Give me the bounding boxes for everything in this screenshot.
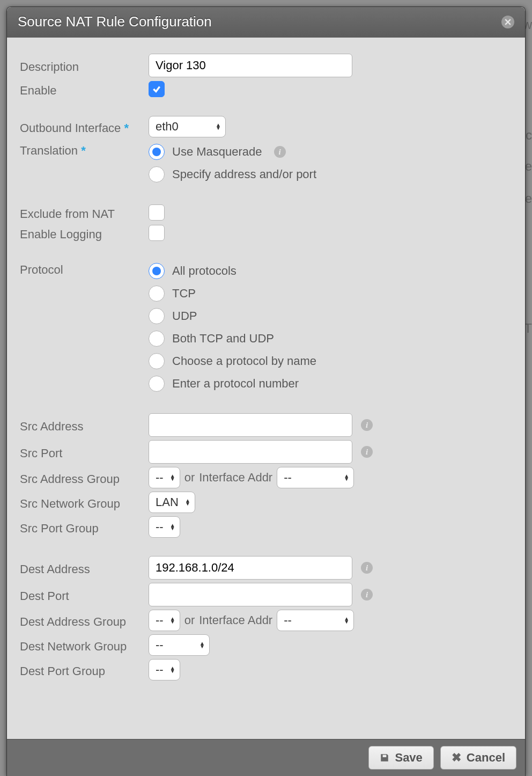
label-dest-addr-group: Dest Address Group <box>20 612 149 629</box>
chevron-updown-icon <box>170 617 175 624</box>
src-iface-addr-select[interactable]: -- <box>277 467 354 488</box>
label-enable-logging: Enable Logging <box>20 224 149 241</box>
dialog-title: Source NAT Rule Configuration <box>18 13 212 30</box>
outbound-interface-select[interactable]: eth0 <box>149 116 226 137</box>
cancel-button-label: Cancel <box>467 751 505 765</box>
background-fragment: e <box>525 191 532 206</box>
label-src-address: Src Address <box>20 416 149 434</box>
save-button-label: Save <box>395 751 422 765</box>
protocol-label-both: Both TCP and UDP <box>172 332 274 346</box>
src-iface-addr-value: -- <box>284 471 292 485</box>
label-exclude-nat: Exclude from NAT <box>20 204 149 221</box>
chevron-updown-icon <box>185 499 190 506</box>
check-icon <box>152 84 161 94</box>
or-text: or <box>184 613 195 627</box>
protocol-radio-both[interactable] <box>149 331 165 347</box>
save-button[interactable]: Save <box>368 746 433 770</box>
label-dest-net-group: Dest Network Group <box>20 636 149 654</box>
close-button[interactable] <box>501 16 514 28</box>
protocol-radio-all[interactable] <box>149 263 165 279</box>
nat-rule-dialog: Source NAT Rule Configuration Descriptio… <box>6 6 526 776</box>
label-src-addr-group: Src Address Group <box>20 469 149 486</box>
label-translation: Translation * <box>20 141 149 158</box>
protocol-radio-bynumber[interactable] <box>149 376 165 392</box>
src-port-input[interactable] <box>149 440 352 464</box>
src-port-group-value: -- <box>156 520 164 534</box>
protocol-radio-tcp[interactable] <box>149 285 165 302</box>
label-enable: Enable <box>20 80 149 98</box>
dest-iface-addr-select[interactable]: -- <box>277 610 354 631</box>
dest-address-input[interactable] <box>149 556 352 580</box>
label-outbound-interface: Outbound Interface * <box>20 118 149 135</box>
label-src-net-group: Src Network Group <box>20 494 149 511</box>
or-text: or <box>184 471 195 485</box>
dest-port-group-select[interactable]: -- <box>149 659 180 680</box>
translation-radio-masquerade[interactable] <box>149 144 165 160</box>
src-addr-group-value: -- <box>156 471 164 485</box>
src-port-group-select[interactable]: -- <box>149 516 180 538</box>
src-net-group-select[interactable]: LAN <box>149 492 195 513</box>
info-icon[interactable]: i <box>361 562 373 574</box>
dest-addr-group-value: -- <box>156 613 164 627</box>
info-icon[interactable]: i <box>274 146 286 158</box>
dest-iface-addr-value: -- <box>284 613 292 627</box>
dialog-body: Description Enable Outbound Interface * <box>7 38 525 739</box>
interface-addr-label: Interface Addr <box>199 613 272 627</box>
dest-port-group-value: -- <box>156 663 164 677</box>
translation-label-specify: Specify address and/or port <box>172 167 316 181</box>
label-dest-address: Dest Address <box>20 559 149 576</box>
chevron-updown-icon <box>170 667 175 673</box>
chevron-updown-icon <box>344 474 349 481</box>
chevron-updown-icon <box>344 617 349 624</box>
label-src-port: Src Port <box>20 443 149 460</box>
label-protocol: Protocol <box>20 260 149 277</box>
protocol-label-udp: UDP <box>172 309 197 323</box>
label-description: Description <box>20 57 149 74</box>
translation-label-masquerade: Use Masquerade <box>172 145 262 159</box>
protocol-label-tcp: TCP <box>172 287 196 301</box>
dest-port-input[interactable] <box>149 583 352 606</box>
close-icon <box>505 19 511 25</box>
src-net-group-value: LAN <box>156 495 179 509</box>
src-address-input[interactable] <box>149 413 352 437</box>
src-addr-group-select[interactable]: -- <box>149 467 180 488</box>
protocol-label-byname: Choose a protocol by name <box>172 354 316 368</box>
description-input[interactable] <box>149 54 352 77</box>
dest-net-group-value: -- <box>156 638 164 652</box>
dialog-footer: Save ✖ Cancel <box>7 739 525 776</box>
protocol-label-all: All protocols <box>172 264 237 278</box>
chevron-updown-icon <box>200 642 205 648</box>
exclude-nat-checkbox[interactable] <box>149 204 165 221</box>
chevron-updown-icon <box>170 524 175 530</box>
dest-net-group-select[interactable]: -- <box>149 634 210 656</box>
save-icon <box>380 753 389 763</box>
enable-logging-checkbox[interactable] <box>149 225 165 241</box>
dest-addr-group-select[interactable]: -- <box>149 610 180 631</box>
label-src-port-group: Src Port Group <box>20 518 149 536</box>
label-dest-port-group: Dest Port Group <box>20 661 149 678</box>
info-icon[interactable]: i <box>361 419 373 431</box>
protocol-radio-byname[interactable] <box>149 353 165 369</box>
protocol-label-bynumber: Enter a protocol number <box>172 377 299 391</box>
label-dest-port: Dest Port <box>20 586 149 603</box>
background-fragment: e <box>525 159 532 174</box>
info-icon[interactable]: i <box>361 446 373 458</box>
dialog-titlebar: Source NAT Rule Configuration <box>7 7 525 38</box>
chevron-updown-icon <box>170 474 175 481</box>
cancel-button[interactable]: ✖ Cancel <box>440 746 516 770</box>
protocol-radio-udp[interactable] <box>149 308 165 324</box>
interface-addr-label: Interface Addr <box>199 471 272 485</box>
outbound-interface-value: eth0 <box>156 120 179 134</box>
chevron-updown-icon <box>216 123 221 130</box>
enable-checkbox[interactable] <box>149 81 165 97</box>
cancel-icon: ✖ <box>452 751 461 765</box>
info-icon[interactable]: i <box>361 589 373 601</box>
translation-radio-specify[interactable] <box>149 166 165 182</box>
